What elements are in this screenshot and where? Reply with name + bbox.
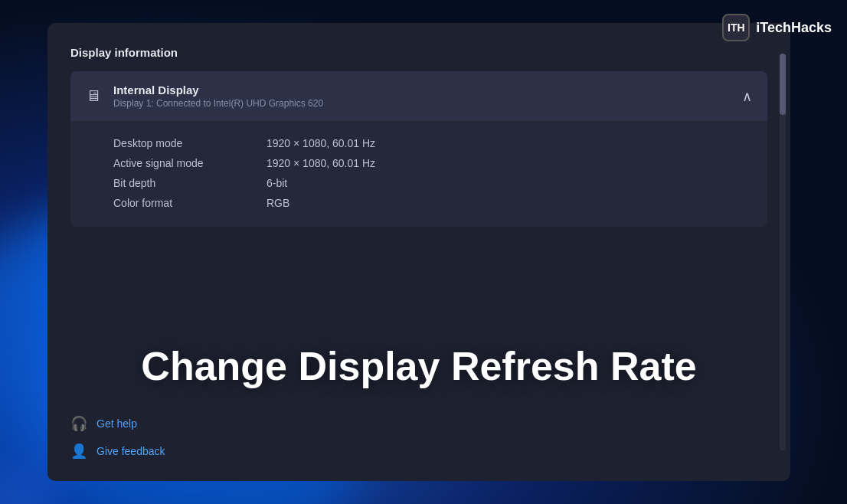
row-value: RGB [267,197,289,209]
brand-name: iTechHacks [756,20,832,36]
row-value: 1920 × 1080, 60.01 Hz [267,157,375,169]
row-value: 6-bit [267,177,287,189]
table-row: Active signal mode 1920 × 1080, 60.01 Hz [113,153,752,173]
link-label: Get help [96,417,137,430]
row-label: Desktop mode [113,137,267,149]
display-info: Internal Display Display 1: Connected to… [113,83,323,109]
settings-panel: Display information 🖥 Internal Display D… [47,23,790,481]
brand-icon: ITH [722,14,750,41]
bottom-links: 🎧 Get help 👤 Give feedback [70,415,165,460]
display-info-table: Desktop mode 1920 × 1080, 60.01 Hz Activ… [70,121,767,227]
link-icon: 👤 [70,443,87,460]
display-name: Internal Display [113,83,323,97]
monitor-icon: 🖥 [86,87,101,105]
link-item[interactable]: 🎧 Get help [70,415,165,432]
link-label: Give feedback [96,445,165,457]
link-item[interactable]: 👤 Give feedback [70,443,165,460]
scrollbar-thumb[interactable] [780,54,786,115]
display-sub: Display 1: Connected to Intel(R) UHD Gra… [113,98,323,109]
scrollbar[interactable] [780,54,786,450]
table-row: Color format RGB [113,193,752,213]
row-value: 1920 × 1080, 60.01 Hz [267,137,375,149]
table-row: Desktop mode 1920 × 1080, 60.01 Hz [113,133,752,153]
display-card: 🖥 Internal Display Display 1: Connected … [70,71,767,227]
section-title: Display information [70,46,767,59]
display-header[interactable]: 🖥 Internal Display Display 1: Connected … [70,71,767,121]
table-row: Bit depth 6-bit [113,173,752,193]
row-label: Active signal mode [113,157,267,169]
row-label: Color format [113,197,267,209]
chevron-up-icon[interactable]: ∧ [742,88,752,105]
display-header-left: 🖥 Internal Display Display 1: Connected … [86,83,323,109]
link-icon: 🎧 [70,415,87,432]
hero-text: Change Display Refresh Rate [47,343,790,389]
brand-logo-area: ITH iTechHacks [722,14,832,41]
row-label: Bit depth [113,177,267,189]
